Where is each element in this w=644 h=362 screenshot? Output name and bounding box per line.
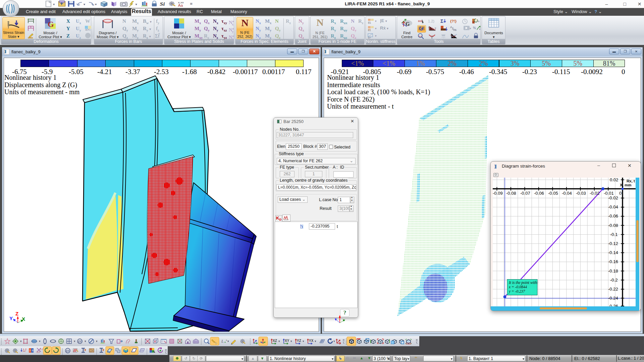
svg-text:Y: Y xyxy=(9,315,13,321)
svg-text:XY: XY xyxy=(285,339,289,343)
svg-text:▾: ▾ xyxy=(96,340,98,343)
svg-text:1.2: 1.2 xyxy=(37,351,40,353)
svg-text:Z: Z xyxy=(15,311,18,316)
svg-text:1.2: 1.2 xyxy=(40,348,44,350)
svg-text:XZ: XZ xyxy=(273,339,277,343)
svg-text:▾: ▾ xyxy=(290,340,292,343)
svg-text:YX: YX xyxy=(309,339,314,343)
svg-text:EF: EF xyxy=(78,340,82,343)
svg-text:2: 2 xyxy=(30,349,31,352)
svg-text:▾: ▾ xyxy=(227,340,229,343)
svg-text:▾: ▾ xyxy=(333,340,335,343)
svg-text:▾: ▾ xyxy=(85,340,86,343)
svg-text:EF: EF xyxy=(66,349,70,353)
svg-text:▾: ▾ xyxy=(315,340,316,343)
svg-text:6: 6 xyxy=(32,349,34,352)
svg-text:▾: ▾ xyxy=(39,340,41,343)
svg-text:▾: ▾ xyxy=(278,340,280,343)
svg-text:▾: ▾ xyxy=(20,340,22,343)
svg-text:1.2: 1.2 xyxy=(23,348,27,351)
svg-text:▾: ▾ xyxy=(74,340,75,343)
svg-text:L: L xyxy=(221,339,224,344)
svg-text:YZ: YZ xyxy=(297,339,301,343)
svg-text:▾: ▾ xyxy=(303,340,304,343)
